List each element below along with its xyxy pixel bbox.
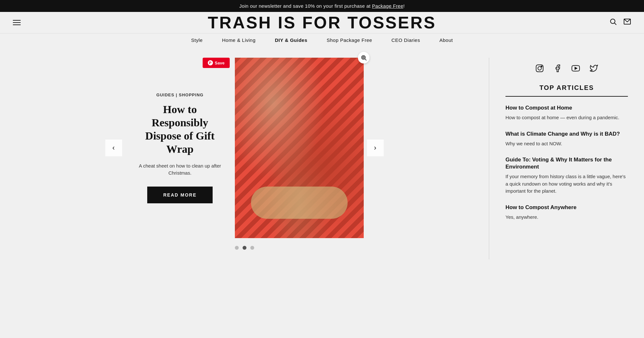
article-desc-3: If your memory from history class is a l… xyxy=(505,173,628,195)
lens-search-icon[interactable] xyxy=(358,52,370,63)
slide-title: How to Responsibly Dispose of Gift Wrap xyxy=(135,103,225,156)
top-articles-divider xyxy=(505,96,628,97)
article-item-2[interactable]: What is Climate Change and Why is it BAD… xyxy=(505,130,628,148)
hamburger-line-2 xyxy=(13,22,21,23)
svg-point-3 xyxy=(361,55,365,59)
article-title-2: What is Climate Change and Why is it BAD… xyxy=(505,130,628,138)
hamburger-menu-button[interactable] xyxy=(13,20,21,25)
banner-suffix: ! xyxy=(403,3,405,9)
article-title-1: How to Compost at Home xyxy=(505,104,628,111)
article-desc-2: Why we need to act NOW. xyxy=(505,140,628,148)
svg-point-5 xyxy=(362,57,364,58)
prev-slide-button[interactable]: ‹ xyxy=(105,140,122,156)
twitter-icon[interactable] xyxy=(590,64,598,74)
slide-text: GUIDES | SHOPPING How to Responsibly Dis… xyxy=(125,92,235,203)
hamburger-line-1 xyxy=(13,20,21,21)
svg-point-8 xyxy=(541,66,542,67)
nav-item-about[interactable]: About xyxy=(439,37,453,43)
banner-text: Join our newsletter and save 10% on your… xyxy=(239,3,372,9)
gift-wrap-visual xyxy=(235,58,364,238)
slide-category: GUIDES | SHOPPING xyxy=(135,92,225,97)
header-left xyxy=(13,20,21,25)
nav-item-home-living[interactable]: Home & Living xyxy=(222,37,255,43)
svg-line-1 xyxy=(615,23,617,25)
pinterest-save-button[interactable]: Save xyxy=(203,58,230,68)
slide-image-wrapper: Save xyxy=(235,58,364,238)
svg-line-4 xyxy=(365,59,366,61)
instagram-icon[interactable] xyxy=(535,64,544,74)
next-slide-button[interactable]: › xyxy=(367,140,384,156)
header: TRASH IS FOR TOSSERS xyxy=(0,12,644,33)
slider-section: ‹ GUIDES | SHOPPING How to Responsibly D… xyxy=(0,58,489,259)
site-title: TRASH IS FOR TOSSERS xyxy=(208,13,436,32)
banner-link[interactable]: Package Free xyxy=(372,3,403,9)
read-more-button[interactable]: READ MORE xyxy=(147,187,213,203)
nav-item-shop[interactable]: Shop Package Free xyxy=(327,37,372,43)
article-title-3: Guide To: Voting & Why It Matters for th… xyxy=(505,156,628,170)
slide-dot-3[interactable] xyxy=(250,246,254,250)
svg-marker-9 xyxy=(575,67,577,70)
svg-point-0 xyxy=(610,19,615,24)
mail-icon[interactable] xyxy=(623,18,631,27)
slider-wrapper: ‹ GUIDES | SHOPPING How to Responsibly D… xyxy=(75,58,414,238)
article-desc-4: Yes, anywhere. xyxy=(505,214,628,221)
search-icon[interactable] xyxy=(609,18,617,27)
social-icons-row xyxy=(505,64,628,74)
top-articles-heading: TOP ARTICLES xyxy=(505,84,628,92)
article-item-4[interactable]: How to Compost Anywhere Yes, anywhere. xyxy=(505,204,628,221)
facebook-icon[interactable] xyxy=(553,64,562,74)
svg-point-7 xyxy=(538,67,542,70)
article-title-4: How to Compost Anywhere xyxy=(505,204,628,211)
sidebar: TOP ARTICLES How to Compost at Home How … xyxy=(489,58,644,259)
nav-item-diy-guides[interactable]: DIY & Guides xyxy=(275,37,307,43)
top-banner: Join our newsletter and save 10% on your… xyxy=(0,0,644,12)
article-item-1[interactable]: How to Compost at Home How to compost at… xyxy=(505,104,628,121)
slide-description: A cheat sheet on how to clean up after C… xyxy=(135,162,225,177)
slider-dots xyxy=(235,246,254,250)
nav-item-ceo-diaries[interactable]: CEO Diaries xyxy=(391,37,420,43)
header-right xyxy=(609,18,631,27)
youtube-icon[interactable] xyxy=(572,64,580,74)
article-item-3[interactable]: Guide To: Voting & Why It Matters for th… xyxy=(505,156,628,195)
slide-dot-2[interactable] xyxy=(243,246,246,250)
slide-image xyxy=(235,58,364,238)
slide-dot-1[interactable] xyxy=(235,246,239,250)
article-desc-1: How to compost at home — even during a p… xyxy=(505,114,628,121)
hamburger-line-3 xyxy=(13,24,21,25)
nav-item-style[interactable]: Style xyxy=(191,37,203,43)
main-nav: Style Home & Living DIY & Guides Shop Pa… xyxy=(0,33,644,48)
content-area: ‹ GUIDES | SHOPPING How to Responsibly D… xyxy=(0,48,644,259)
